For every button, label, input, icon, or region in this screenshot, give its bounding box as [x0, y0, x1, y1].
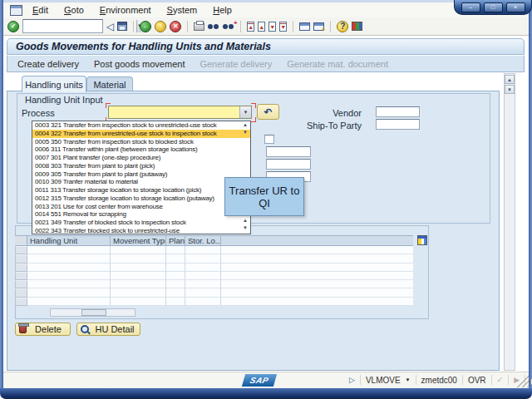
dropdown-item[interactable]: 0012 315 Transfer storage location to st… — [32, 195, 250, 203]
back-icon[interactable]: ◁ — [106, 22, 114, 32]
prev-page-icon[interactable]: ▲ — [258, 22, 265, 32]
table-row[interactable] — [15, 254, 413, 263]
shortcut-icon[interactable] — [313, 22, 324, 31]
row-selector[interactable] — [15, 288, 27, 297]
row-selector[interactable] — [15, 246, 27, 254]
hu-field-1[interactable] — [266, 146, 311, 157]
dropdown-item[interactable]: 0021 349 Transfer of blocked stock to in… — [32, 219, 250, 227]
new-session-icon[interactable] — [299, 22, 310, 31]
transaction-code[interactable]: VLMOVE — [366, 376, 401, 385]
menu-goto[interactable]: Goto — [62, 4, 86, 16]
list-scroll-up-icon[interactable]: ▲ — [243, 218, 530, 223]
dropdown-item-selected[interactable]: 0004 322 Transfer from unrestricted-use … — [32, 130, 250, 138]
vendor-field[interactable] — [376, 106, 420, 117]
process-dropdown-icon[interactable]: ▼ — [239, 106, 251, 118]
list-scroll-up-icon[interactable]: ▲ — [243, 122, 530, 127]
hu-detail-button[interactable]: HU Detail — [76, 323, 140, 336]
window-border-left — [0, 0, 3, 392]
close-button[interactable]: × — [506, 2, 525, 12]
delete-label: Delete — [30, 324, 66, 334]
find-icon[interactable] — [208, 23, 219, 30]
transaction-dropdown-icon[interactable]: ▼ — [406, 377, 411, 382]
restore-button[interactable]: □ — [484, 2, 503, 12]
minimize-button[interactable]: – — [461, 2, 480, 12]
table-row[interactable] — [15, 298, 413, 306]
table-row[interactable] — [15, 246, 413, 254]
list-scroll-down-icon[interactable]: ▼ — [243, 130, 530, 135]
row-selector[interactable] — [15, 264, 27, 272]
menu-system[interactable]: System — [165, 4, 200, 16]
delete-button[interactable]: Delete — [15, 323, 71, 336]
dropdown-item[interactable]: 0011 313 Transfer storage location to st… — [32, 186, 250, 195]
adopt-button[interactable]: ↶ — [257, 104, 279, 120]
system-menu-icon[interactable] — [10, 5, 22, 16]
exit-circle-icon[interactable]: ↑ — [155, 21, 166, 32]
dropdown-item[interactable]: 0009 305 Transfer from plant to plant (p… — [32, 170, 250, 179]
group-title: Handling Unit Input — [25, 95, 103, 105]
menu-environment[interactable]: Environment — [98, 4, 153, 16]
last-page-icon[interactable]: ▼ — [279, 22, 287, 32]
menu-edit[interactable]: Edit — [31, 4, 50, 16]
dropdown-item[interactable]: 0005 350 Transfer from inspection stock … — [32, 138, 250, 146]
process-dropdown-list[interactable]: 0003 321 Transfer from inspection stock … — [32, 121, 251, 234]
next-page-icon[interactable]: ▼ — [268, 22, 276, 32]
dropdown-item[interactable]: 0006 311 Transfer within plant (between … — [32, 145, 250, 154]
menu-help[interactable]: Help — [211, 4, 234, 16]
command-field[interactable]: ▼ — [22, 19, 103, 33]
row-selector[interactable] — [15, 254, 27, 263]
cancel-circle-icon[interactable]: ✕ — [170, 21, 181, 32]
sap-logo: SAP — [242, 374, 277, 387]
table-hscroll-thumb[interactable] — [81, 309, 106, 316]
create-delivery-button[interactable]: Create delivery — [17, 59, 79, 69]
customize-icon[interactable] — [352, 22, 362, 31]
menu-bar: Edit Goto Environment System Help — [3, 2, 529, 17]
table-row[interactable] — [15, 264, 413, 272]
adopt-icon: ↶ — [264, 106, 272, 118]
hu-field-2[interactable] — [266, 159, 311, 170]
back-circle-icon[interactable]: ← — [140, 21, 151, 32]
dropdown-item[interactable]: 0013 201 Use for cost center from wareho… — [32, 203, 250, 211]
dropdown-item[interactable]: 0008 303 Transfer from plant to plant (p… — [32, 162, 250, 170]
row-selector[interactable] — [15, 298, 27, 306]
table-row[interactable] — [15, 280, 413, 288]
table-config-icon[interactable] — [417, 235, 427, 245]
print-icon[interactable] — [194, 22, 204, 31]
list-scroll-down-icon[interactable]: ▼ — [243, 225, 530, 230]
hu-table-header: Handling Unit Movement Type Plant Stor. … — [15, 235, 413, 246]
scroll-up-icon[interactable]: ▲ — [505, 75, 515, 84]
row-selector[interactable] — [15, 272, 27, 280]
dropdown-item[interactable]: 0007 301 Plant transfer (one-step proced… — [32, 154, 250, 162]
standard-toolbar: ✓ ▼ ◁ ← ↑ ✕ + ▲ ▲ ▼ ▼ ? — [3, 17, 529, 36]
tab-handling-units[interactable]: Handling units — [22, 76, 86, 92]
hu-checkbox[interactable] — [264, 135, 274, 144]
window-controls: – □ × — [454, 0, 532, 15]
select-all-cell[interactable] — [15, 236, 27, 246]
column-handling-unit[interactable]: Handling Unit — [27, 236, 111, 246]
process-value — [109, 106, 239, 118]
hu-detail-label: HU Detail — [93, 324, 136, 334]
table-row[interactable] — [15, 288, 413, 297]
row-selector[interactable] — [15, 280, 27, 288]
column-movement-type[interactable]: Movement Type — [111, 236, 166, 246]
table-row[interactable] — [15, 272, 413, 280]
insert-mode[interactable]: OVR — [468, 376, 486, 385]
save-icon[interactable] — [117, 22, 127, 31]
dropdown-item[interactable]: 0003 321 Transfer from inspection stock … — [32, 121, 250, 130]
process-label: Process — [22, 108, 55, 118]
magnifier-icon — [81, 325, 90, 334]
dropdown-item[interactable]: 0022 343 Transfer blocked stock to unres… — [32, 227, 250, 235]
status-right: ▷ VLMOVE ▼ zmetdc00 OVR ✓ ▶ — [349, 373, 532, 387]
post-goods-movement-button[interactable]: Post goods movement — [94, 59, 185, 69]
scroll-down-icon[interactable]: ▼ — [505, 85, 515, 94]
column-plant[interactable]: Plant — [166, 236, 185, 246]
help-icon[interactable]: ? — [337, 21, 348, 32]
find-next-icon[interactable]: + — [223, 23, 234, 30]
enter-check-icon[interactable]: ✓ — [7, 21, 19, 32]
process-combobox[interactable]: ▼ — [108, 106, 252, 119]
column-stor-loc[interactable]: Stor. Lo... — [185, 236, 221, 246]
first-page-icon[interactable]: ▲ — [247, 22, 254, 32]
dropdown-item[interactable]: 0010 309 Tranfer material to material — [32, 178, 250, 186]
dropdown-item[interactable]: 0014 551 Removal for scrapping — [32, 210, 250, 219]
generate-mat-document-button: Generate mat. document — [287, 59, 388, 69]
play-icon[interactable]: ▷ — [349, 376, 355, 384]
